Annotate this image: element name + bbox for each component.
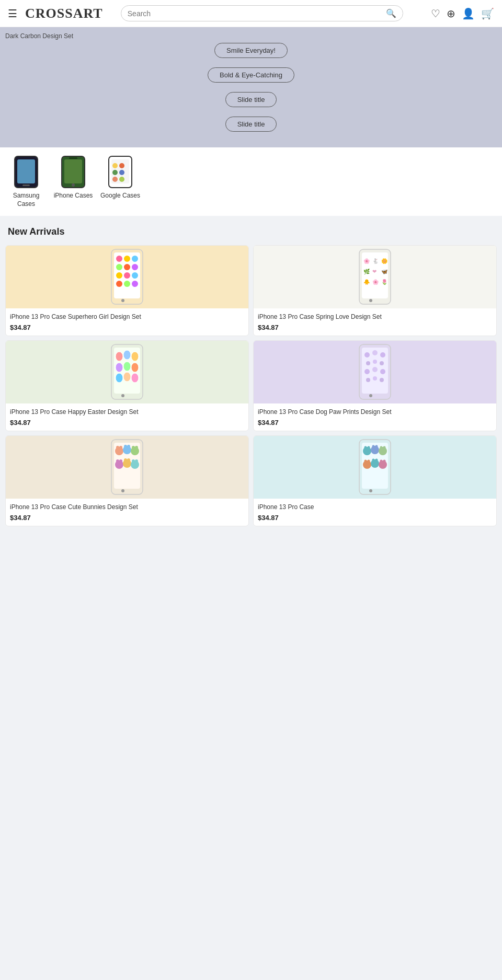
svg-point-20: [116, 264, 122, 270]
hero-badge-1[interactable]: Bold & Eye-Catching: [208, 67, 294, 83]
svg-point-29: [121, 299, 124, 302]
svg-point-49: [131, 363, 139, 372]
category-google[interactable]: Google Cases: [99, 155, 141, 208]
product-image-4: [6, 436, 248, 499]
svg-point-109: [383, 459, 386, 462]
svg-point-81: [116, 459, 119, 463]
product-card-3[interactable]: iPhone 13 Pro Case Dog Paw Prints Design…: [253, 340, 497, 431]
svg-point-88: [135, 459, 138, 463]
svg-point-105: [372, 458, 375, 461]
product-price-0: $34.87: [10, 324, 244, 331]
svg-point-18: [124, 256, 130, 262]
svg-point-14: [119, 177, 124, 182]
compare-icon[interactable]: ⊕: [447, 7, 455, 20]
svg-point-46: [131, 352, 139, 361]
svg-point-108: [380, 459, 383, 462]
svg-point-78: [132, 446, 135, 449]
product-card-5[interactable]: iPhone 13 Pro Case $34.87: [253, 435, 497, 526]
hero-banner: Dark Carbon Design Set Smile Everyday! B…: [0, 27, 502, 147]
logo[interactable]: CROSSART: [25, 6, 103, 21]
product-image-1: 🌸 🐇 🌼 🌿 ❤ 🦋 🐥 🌸 🌷: [254, 246, 496, 308]
category-img-google: [104, 155, 138, 189]
svg-point-13: [112, 177, 118, 182]
cart-icon[interactable]: 🛒: [481, 7, 494, 20]
category-img-iphone: [56, 155, 90, 189]
svg-point-52: [131, 373, 139, 383]
svg-point-9: [112, 163, 118, 168]
svg-text:🌸: 🌸: [372, 279, 379, 285]
product-name-1: iPhone 13 Pro Case Spring Love Design Se…: [258, 313, 492, 321]
product-price-4: $34.87: [10, 514, 244, 522]
svg-point-87: [132, 459, 135, 463]
search-bar: 🔍: [121, 5, 403, 21]
svg-point-72: [116, 446, 119, 449]
hero-label: Dark Carbon Design Set: [5, 32, 73, 40]
svg-point-89: [121, 489, 124, 492]
menu-icon[interactable]: ☰: [8, 7, 17, 20]
product-card-2[interactable]: iPhone 13 Pro Case Happy Easter Design S…: [5, 340, 249, 431]
svg-point-104: [371, 459, 379, 468]
product-card-0[interactable]: iPhone 13 Pro Case Superhero Girl Design…: [5, 245, 249, 336]
svg-point-61: [380, 361, 384, 365]
search-icon[interactable]: 🔍: [386, 8, 396, 18]
product-card-1[interactable]: 🌸 🐇 🌼 🌿 ❤ 🦋 🐥 🌸 🌷 iPhone 13 Pro Case Spr…: [253, 245, 497, 336]
svg-point-65: [366, 378, 370, 382]
account-icon[interactable]: 👤: [462, 7, 475, 20]
svg-point-24: [124, 272, 130, 279]
product-name-0: iPhone 13 Pro Case Superhero Girl Design…: [10, 313, 244, 321]
svg-point-93: [364, 446, 367, 448]
product-image-0: [6, 246, 248, 308]
svg-point-98: [379, 447, 387, 455]
new-arrivals-title: New Arrivals: [5, 226, 497, 237]
svg-point-110: [369, 489, 372, 492]
svg-text:🌷: 🌷: [381, 279, 388, 285]
svg-point-63: [372, 367, 378, 372]
search-input[interactable]: [128, 9, 386, 18]
category-img-samsung: [9, 155, 43, 189]
svg-rect-4: [64, 159, 82, 183]
product-info-0: iPhone 13 Pro Case Superhero Girl Design…: [6, 308, 248, 336]
product-card-4[interactable]: iPhone 13 Pro Case Cute Bunnies Design S…: [5, 435, 249, 526]
svg-point-84: [124, 458, 127, 462]
product-image-5: [254, 436, 496, 499]
svg-text:🐥: 🐥: [363, 279, 370, 285]
product-name-5: iPhone 13 Pro Case: [258, 503, 492, 512]
svg-point-101: [363, 460, 371, 469]
product-info-5: iPhone 13 Pro Case $34.87: [254, 499, 496, 526]
category-samsung[interactable]: Samsung Cases: [5, 155, 47, 208]
svg-point-57: [372, 350, 378, 355]
category-label-iphone: iPhone Cases: [54, 192, 93, 200]
hero-badge-3[interactable]: Slide title: [225, 117, 277, 132]
hero-badge-2[interactable]: Slide title: [225, 92, 277, 107]
svg-point-11: [112, 170, 118, 175]
svg-point-73: [119, 446, 122, 449]
svg-point-47: [116, 363, 123, 372]
svg-point-95: [371, 446, 379, 454]
svg-point-66: [373, 376, 377, 381]
svg-text:❤: ❤: [372, 269, 376, 274]
svg-point-25: [132, 272, 138, 279]
product-price-3: $34.87: [258, 419, 492, 426]
svg-point-60: [373, 360, 377, 364]
svg-point-28: [132, 281, 138, 287]
product-name-2: iPhone 13 Pro Case Happy Easter Design S…: [10, 408, 244, 417]
svg-point-100: [383, 446, 386, 448]
categories: Samsung Cases iPhone Cases: [0, 147, 502, 216]
product-info-1: iPhone 13 Pro Case Spring Love Design Se…: [254, 308, 496, 336]
svg-point-76: [127, 445, 130, 448]
category-iphone[interactable]: iPhone Cases: [52, 155, 94, 208]
hero-badge-0[interactable]: Smile Everyday!: [214, 43, 288, 58]
svg-text:🌿: 🌿: [363, 268, 370, 275]
svg-point-107: [379, 460, 387, 469]
wishlist-icon[interactable]: ♡: [431, 7, 440, 20]
svg-point-17: [116, 256, 122, 262]
product-info-4: iPhone 13 Pro Case Cute Bunnies Design S…: [6, 499, 248, 526]
svg-point-10: [119, 163, 124, 168]
svg-point-103: [368, 459, 370, 462]
svg-point-97: [375, 445, 378, 447]
svg-point-45: [123, 350, 131, 360]
svg-point-53: [121, 394, 124, 397]
header: ☰ CROSSART 🔍 ♡ ⊕ 👤 🛒: [0, 0, 502, 27]
svg-point-50: [116, 373, 123, 383]
product-price-1: $34.87: [258, 324, 492, 331]
